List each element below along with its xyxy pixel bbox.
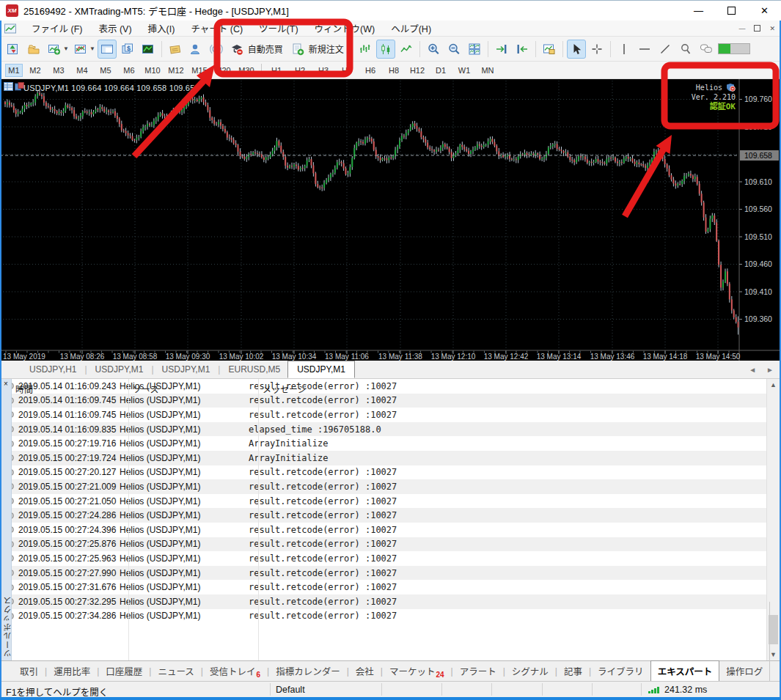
timeframe-M30[interactable]: M30 — [235, 65, 257, 76]
column-header-message[interactable]: メッセージ — [263, 383, 307, 395]
menu-item-4[interactable]: チャート (C) — [183, 20, 251, 37]
log-row[interactable]: 2019.05.15 00:27:21.050Helios (USDJPY,M1… — [0, 494, 781, 509]
timeframe-M12[interactable]: M12 — [165, 65, 187, 76]
log-row[interactable]: 2019.05.15 00:27:25.963Helios (USDJPY,M1… — [0, 551, 781, 566]
timeframe-H1[interactable]: H1 — [265, 65, 287, 76]
horizontal-line-tool-icon[interactable] — [635, 40, 654, 59]
log-row[interactable]: 2019.05.15 00:27:19.716Helios (USDJPY,M1… — [0, 436, 781, 451]
menu-item-7[interactable]: ヘルプ(H) — [383, 20, 439, 37]
auto-scroll-icon[interactable] — [513, 40, 532, 59]
candlestick-chart-svg[interactable]: 109.760109.710109.610109.560109.510109.4… — [0, 79, 781, 361]
status-profile[interactable]: Default — [276, 685, 305, 695]
bottom-tab-3[interactable]: 口座履歴 — [99, 661, 149, 681]
timeframe-M5[interactable]: M5 — [95, 65, 117, 76]
tabs-scroll-right-icon[interactable]: ► — [766, 366, 774, 374]
timeframe-D1[interactable]: D1 — [430, 65, 452, 76]
chart-tab-1[interactable]: USDJPY,H1 — [22, 362, 84, 377]
templates-icon[interactable] — [540, 40, 559, 59]
bottom-tab-9[interactable]: アラート — [453, 661, 503, 681]
bottom-tab-2[interactable]: 運用比率 — [47, 661, 97, 681]
vertical-line-tool-icon[interactable] — [615, 40, 634, 59]
bars-chart-icon[interactable] — [356, 40, 375, 59]
profiles-icon[interactable] — [71, 40, 90, 59]
magnifier-tool-icon[interactable] — [676, 40, 695, 59]
new-order-doc-label[interactable]: 新規注文 — [309, 43, 344, 55]
bottom-tab-12[interactable]: ライブラリ — [591, 661, 650, 681]
chart-tab-2[interactable]: USDJPY,M1 — [88, 362, 151, 377]
navigator-folders-icon[interactable] — [24, 40, 43, 59]
timeframe-H2[interactable]: H2 — [289, 65, 311, 76]
bottom-tab-4[interactable]: ニュース — [151, 661, 200, 681]
log-row[interactable]: 2019.05.15 00:27:25.876Helios (USDJPY,M1… — [0, 537, 781, 552]
algo-trading-icon[interactable] — [227, 40, 246, 59]
chart-tab-5[interactable]: USDJPY,M1 — [287, 361, 355, 378]
timeframe-H12[interactable]: H12 — [406, 65, 428, 76]
mdi-close-button[interactable]: ✕ — [769, 25, 775, 32]
dropdown-caret-icon[interactable]: ▼ — [89, 45, 95, 52]
tabs-scroll-left-icon[interactable]: ◄ — [749, 366, 756, 374]
timeframe-M15[interactable]: M15 — [188, 65, 210, 76]
timeframe-MN[interactable]: MN — [477, 65, 499, 76]
market-watch-icon[interactable]: $ — [118, 40, 137, 59]
minimize-button[interactable]: — — [682, 1, 715, 21]
zoom-in-icon[interactable] — [424, 40, 443, 59]
log-row[interactable]: 2019.05.15 00:27:24.286Helios (USDJPY,M1… — [0, 508, 781, 523]
log-row[interactable]: 2019.05.14 01:16:09.835Helios (USDJPY,M1… — [0, 422, 781, 437]
candles-chart-icon[interactable] — [376, 40, 395, 59]
column-header-source[interactable]: ソース — [133, 383, 158, 395]
timeframe-M4[interactable]: M4 — [71, 65, 93, 76]
bottom-tab-14[interactable]: 操作ログ — [719, 661, 769, 681]
bottom-tab-1[interactable]: 取引 — [13, 661, 45, 681]
log-row[interactable]: 2019.05.15 00:27:27.990Helios (USDJPY,M1… — [0, 566, 781, 581]
timeframe-H4[interactable]: H4 — [336, 65, 358, 76]
cursor-icon[interactable] — [567, 40, 586, 59]
log-row[interactable]: 2019.05.15 00:27:20.127Helios (USDJPY,M1… — [0, 465, 781, 480]
tile-windows-icon[interactable] — [465, 40, 484, 59]
toolbox-toggle-icon[interactable] — [98, 40, 117, 59]
algo-trading-label[interactable]: 自動売買 — [248, 43, 283, 55]
menu-item-5[interactable]: ツール(T) — [251, 20, 306, 37]
scroll-up-icon[interactable]: ▲ — [767, 379, 780, 391]
bottom-tab-10[interactable]: シグナル — [505, 661, 555, 681]
log-row[interactable]: 2019.05.15 00:27:32.295Helios (USDJPY,M1… — [0, 594, 781, 609]
toolbox-close-icon[interactable]: × — [4, 380, 8, 388]
bottom-tab-8[interactable]: マーケット24 — [383, 661, 451, 682]
mdi-restore-button[interactable] — [754, 25, 760, 32]
timeframe-M3[interactable]: M3 — [48, 65, 70, 76]
depth-of-market-icon[interactable] — [4, 82, 13, 91]
new-order-icon[interactable] — [4, 40, 23, 59]
timeframe-H3[interactable]: H3 — [312, 65, 334, 76]
trendline-tool-icon[interactable] — [656, 40, 675, 59]
timeframe-M6[interactable]: M6 — [118, 65, 140, 76]
timeframe-M10[interactable]: M10 — [142, 65, 164, 76]
comments-tool-icon[interactable] — [697, 40, 716, 59]
close-button[interactable]: ✕ — [748, 1, 781, 21]
timeframe-M1[interactable]: M1 — [5, 64, 23, 77]
crosshair-icon[interactable] — [587, 40, 606, 59]
column-divider[interactable] — [128, 379, 129, 660]
column-divider[interactable] — [258, 379, 259, 660]
data-window-icon[interactable] — [139, 40, 158, 59]
dropdown-caret-icon[interactable]: ▼ — [63, 45, 69, 52]
maximize-button[interactable] — [715, 1, 748, 21]
bottom-tab-5[interactable]: 受信トレイ6 — [203, 661, 267, 682]
line-chart-icon[interactable] — [397, 40, 416, 59]
new-chart-icon[interactable] — [45, 40, 64, 59]
community-icon[interactable] — [186, 40, 205, 59]
log-row[interactable]: 2019.05.15 00:27:21.009Helios (USDJPY,M1… — [0, 479, 781, 494]
price-chart[interactable]: 109.760109.710109.610109.560109.510109.4… — [0, 79, 781, 361]
timeframe-H6[interactable]: H6 — [359, 65, 381, 76]
new-order-doc-icon[interactable] — [288, 40, 307, 59]
bottom-tab-6[interactable]: 指標カレンダー — [269, 661, 347, 681]
chart-tab-4[interactable]: EURUSD,M5 — [221, 362, 287, 377]
menu-item-6[interactable]: ウィンドウ(W) — [307, 20, 384, 37]
log-row[interactable]: 2019.05.14 01:16:09.745Helios (USDJPY,M1… — [0, 408, 781, 422]
bottom-tab-13[interactable]: エキスパート — [650, 660, 720, 682]
zoom-out-icon[interactable] — [444, 40, 463, 59]
menu-item-3[interactable]: 挿入(I) — [140, 20, 183, 37]
timeframe-M2[interactable]: M2 — [24, 65, 46, 76]
shift-end-icon[interactable] — [492, 40, 511, 59]
log-row[interactable]: 2019.05.14 01:16:09.745Helios (USDJPY,M1… — [0, 394, 781, 408]
timeframe-H8[interactable]: H8 — [383, 65, 405, 76]
column-header-time[interactable]: 時間 — [15, 383, 33, 395]
